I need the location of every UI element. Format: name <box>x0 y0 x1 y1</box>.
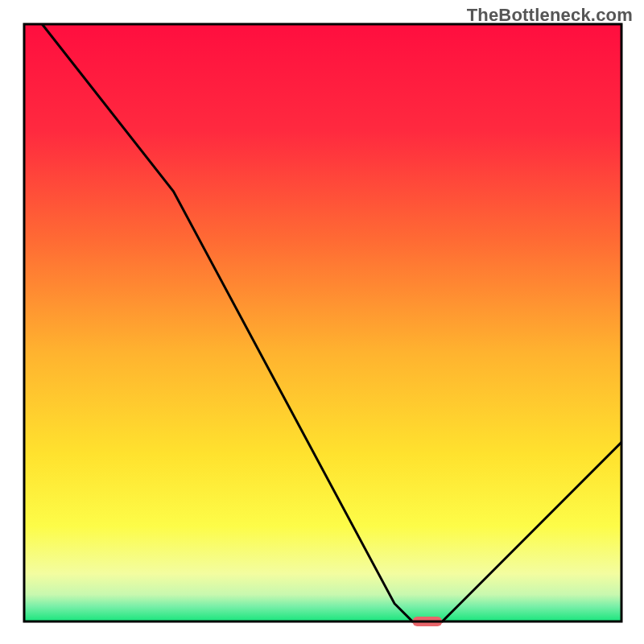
watermark-text: TheBottleneck.com <box>467 5 633 26</box>
chart-container: TheBottleneck.com <box>0 0 644 644</box>
bottleneck-chart <box>0 0 644 644</box>
